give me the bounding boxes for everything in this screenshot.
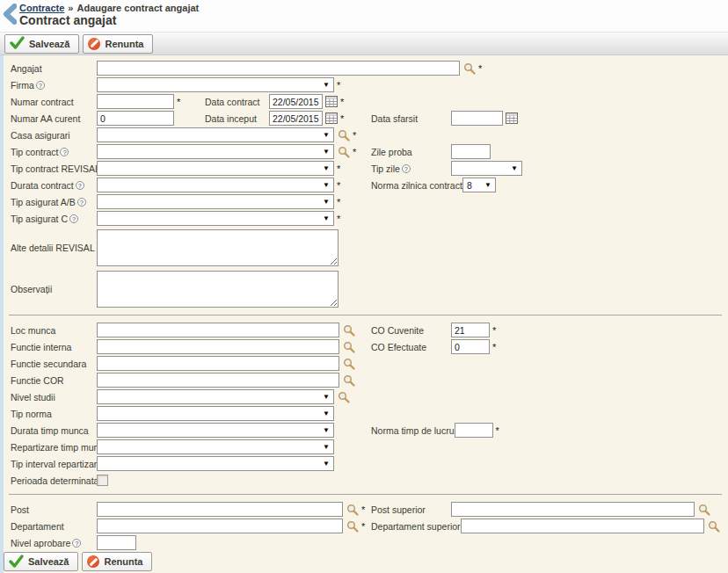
firma-select[interactable]: ▼ [97,77,334,92]
co-cuvenite-input[interactable] [451,323,490,337]
numar-aa-curent-input[interactable] [97,111,174,126]
chevron-down-icon: ▼ [323,131,330,139]
search-icon[interactable] [343,341,355,353]
numar-aa-curent-label: Numar AA curent [11,113,97,124]
repartizare-timp-munca-select[interactable]: ▼ [97,439,334,454]
durata-contract-label: Durata contract? [11,180,97,191]
nivel-aprobare-input[interactable] [97,535,136,550]
search-icon[interactable] [463,62,476,75]
repartizare-timp-munca-label: Repartizare timp munca [11,442,97,453]
breadcrumb-link-contracte[interactable]: Contracte [19,3,64,13]
help-icon[interactable]: ? [77,198,86,207]
help-icon[interactable]: ? [402,164,411,173]
search-icon[interactable] [343,358,355,370]
perioada-determinata-checkbox[interactable] [97,475,108,486]
row-functie-interna: Functie interna CO Efectuate * [0,338,728,355]
norma-timp-lucru-input[interactable] [455,423,493,438]
casa-asigurari-select[interactable]: ▼ [97,127,334,142]
departament-superior-input[interactable] [461,519,704,533]
required-asterisk: * [337,197,340,207]
angajat-input[interactable] [97,61,460,76]
required-asterisk: * [340,97,344,107]
tip-zile-group: Tip zile? ▼ [371,161,522,176]
save-button-bottom[interactable]: Salvează [4,552,78,571]
nivel-studii-select[interactable]: ▼ [97,389,334,404]
co-cuvenite-label: CO Cuvenite [371,325,451,336]
alte-detalii-revisal-textarea[interactable] [97,229,339,266]
search-icon[interactable] [338,129,350,141]
help-icon[interactable]: ? [72,539,81,548]
departament-input[interactable] [97,519,343,533]
calendar-icon[interactable] [325,112,338,124]
search-icon[interactable] [708,520,720,533]
row-tip-interval-repartizare: Tip interval repartizare ▼ [0,455,728,472]
row-post: Post * Post superior [0,501,728,518]
zile-proba-input[interactable] [451,144,491,159]
tip-interval-repartizare-select[interactable]: ▼ [97,456,334,471]
cancel-button-bottom[interactable]: Renunta [82,552,152,571]
search-icon[interactable] [343,374,355,387]
durata-contract-select[interactable]: ▼ [97,178,334,192]
required-asterisk: * [361,521,365,532]
search-icon[interactable] [698,504,710,516]
row-durata-contract: Durata contract? ▼ * Norma zilnica contr… [0,177,728,193]
observatii-textarea[interactable] [97,271,339,308]
tip-zile-select[interactable]: ▼ [451,161,522,176]
row-firma: Firma? ▼ * [0,76,728,93]
firma-label: Firma? [11,80,97,91]
loc-munca-input[interactable] [97,323,339,337]
chevron-down-icon: ▼ [323,198,330,206]
functie-cor-input[interactable] [97,373,339,388]
cancel-button[interactable]: Renunta [83,34,153,54]
contract-angajat-page: Contracte»Adaugare contract angajat Cont… [0,0,728,573]
post-input[interactable] [97,502,343,517]
search-icon[interactable] [346,504,359,516]
functie-secundara-input[interactable] [97,356,339,371]
help-icon[interactable]: ? [69,214,78,223]
norma-zilnica-group: Norma zilnica contract 8▼ [371,178,496,192]
help-icon[interactable]: ? [60,148,69,156]
row-alte-detalii-revisal: Alte detalii REVISAL? [0,227,728,268]
angajat-label: Angajat [11,63,97,74]
data-contract-input[interactable] [269,94,323,109]
row-tip-contract: Tip contract? ▼ * Zile proba [0,143,728,160]
required-asterisk: * [353,130,356,141]
tip-contract-select[interactable]: ▼ [97,144,334,159]
save-button[interactable]: Salvează [4,34,79,54]
help-icon[interactable]: ? [36,81,45,90]
section-divider [9,315,722,316]
calendar-icon[interactable] [325,96,338,107]
tip-norma-select[interactable]: ▼ [97,406,334,421]
casa-asigurari-label: Casa asigurari [11,130,97,141]
tip-contract-revisal-select[interactable]: ▼ [97,161,334,176]
tip-asigurat-ab-select[interactable]: ▼ [97,194,334,209]
required-asterisk: * [492,325,496,336]
post-superior-input[interactable] [451,502,695,517]
cancel-icon [87,555,99,568]
chevron-down-icon: ▼ [323,164,330,172]
functie-interna-input[interactable] [97,339,339,354]
search-icon[interactable] [343,324,355,337]
co-efectuate-input[interactable] [451,339,490,354]
tip-asigurat-c-select[interactable]: ▼ [97,211,334,226]
search-icon[interactable] [346,520,359,533]
calendar-icon[interactable] [506,112,518,124]
chevron-down-icon: ▼ [323,214,330,222]
row-loc-munca: Loc munca CO Cuvenite * [0,322,728,338]
data-inceput-input[interactable] [269,111,323,126]
data-contract-label: Data contract [205,97,269,107]
data-sfarsit-input[interactable] [451,111,503,126]
row-durata-timp-munca: Durata timp munca ▼ Norma timp de lucru … [0,422,728,439]
chevron-down-icon: ▼ [323,148,330,156]
durata-timp-munca-select[interactable]: ▼ [97,423,334,438]
breadcrumb-separator: » [68,3,73,13]
help-icon[interactable]: ? [76,181,84,190]
norma-zilnica-select[interactable]: 8▼ [462,178,496,192]
required-asterisk: * [177,97,180,107]
chevron-down-icon: ▼ [323,181,330,189]
required-asterisk: * [337,80,340,91]
back-arrow-icon[interactable] [3,4,17,25]
search-icon[interactable] [338,146,350,158]
search-icon[interactable] [338,391,350,403]
numar-contract-input[interactable] [97,94,174,109]
